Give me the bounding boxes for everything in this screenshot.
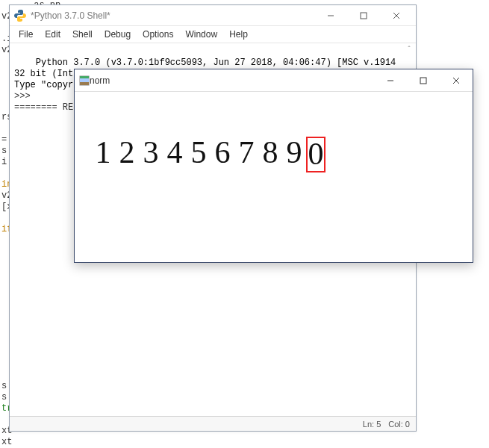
idle-window-controls xyxy=(314,5,413,26)
gutter-line: = xyxy=(1,134,7,145)
svg-rect-0 xyxy=(361,13,367,19)
svg-rect-4 xyxy=(80,82,89,85)
status-col: Col: 0 xyxy=(388,420,410,429)
digit-2: 2 xyxy=(115,137,139,172)
app-default-icon xyxy=(79,75,90,86)
menu-window[interactable]: Window xyxy=(181,28,222,41)
norm-titlebar[interactable]: norm xyxy=(75,69,473,92)
idle-menubar: File Edit Shell Debug Options Window Hel… xyxy=(10,26,416,43)
menu-shell[interactable]: Shell xyxy=(68,28,97,41)
maximize-button[interactable] xyxy=(407,69,440,92)
scroll-up-icon[interactable]: ˆ xyxy=(404,45,414,55)
menu-help[interactable]: Help xyxy=(225,28,252,41)
menu-file[interactable]: File xyxy=(14,28,37,41)
minimize-button[interactable] xyxy=(314,5,347,26)
svg-rect-3 xyxy=(80,78,89,82)
svg-rect-2 xyxy=(80,76,89,78)
digit-row: 1 2 3 4 5 6 7 8 9 0 xyxy=(91,137,326,172)
gutter-line: s xyxy=(1,146,7,156)
shell-prompt: >>> xyxy=(14,91,36,102)
norm-window-title: norm xyxy=(90,75,374,86)
minimize-button[interactable] xyxy=(374,69,407,92)
menu-edit[interactable]: Edit xyxy=(40,28,65,41)
digit-1: 1 xyxy=(91,137,115,172)
norm-window-controls xyxy=(374,69,473,92)
gutter-line: i xyxy=(1,157,7,167)
idle-statusbar: Ln: 5 Col: 0 xyxy=(10,416,416,431)
python-app-icon xyxy=(14,10,26,22)
maximize-button[interactable] xyxy=(347,5,380,26)
norm-image-content: 1 2 3 4 5 6 7 8 9 0 xyxy=(75,92,473,262)
digit-5: 5 xyxy=(187,137,211,172)
svg-rect-5 xyxy=(420,78,426,84)
menu-options[interactable]: Options xyxy=(138,28,178,41)
norm-image-window: norm 1 2 3 4 5 6 7 8 9 0 xyxy=(74,69,473,263)
digit-4: 4 xyxy=(163,137,187,172)
status-line: Ln: 5 xyxy=(363,420,381,429)
digit-7: 7 xyxy=(234,137,258,172)
digit-0-highlighted: 0 xyxy=(306,137,326,172)
idle-window-title: *Python 3.7.0 Shell* xyxy=(31,10,314,21)
gutter-line: xt xyxy=(1,437,12,447)
gutter-line: s xyxy=(1,392,7,402)
digit-9: 9 xyxy=(282,137,306,172)
close-button[interactable] xyxy=(440,69,473,92)
digit-8: 8 xyxy=(258,137,282,172)
digit-6: 6 xyxy=(211,137,234,172)
digit-3: 3 xyxy=(139,137,163,172)
menu-debug[interactable]: Debug xyxy=(100,28,135,41)
close-button[interactable] xyxy=(380,5,413,26)
idle-titlebar[interactable]: *Python 3.7.0 Shell* xyxy=(10,5,416,26)
gutter-line: s xyxy=(1,381,7,391)
